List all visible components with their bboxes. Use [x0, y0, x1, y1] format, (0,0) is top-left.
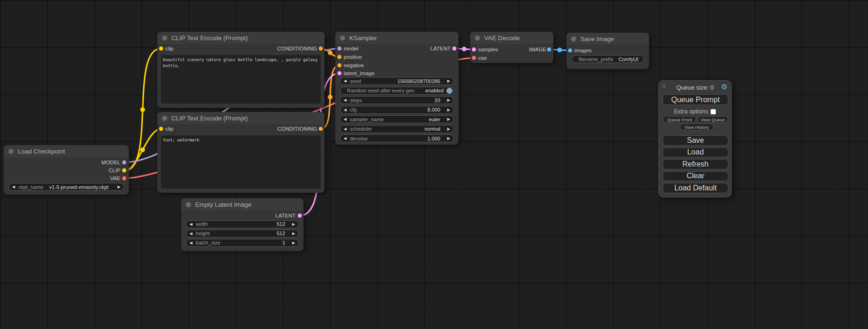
filename-prefix-widget[interactable]: filename_prefix ComfyUI — [572, 55, 644, 63]
clip-input-port[interactable] — [159, 127, 163, 131]
toggle-dot-icon[interactable] — [446, 88, 452, 94]
height-widget[interactable]: ◀ height 512 ▶ — [186, 230, 299, 238]
increment-arrow-icon[interactable]: ▶ — [444, 126, 453, 133]
load-button[interactable]: Load — [663, 147, 728, 158]
widget-value[interactable]: 512 — [276, 231, 289, 236]
comfyui-canvas[interactable]: { "glyphs": { "arrow_left": "◀", "arrow_… — [0, 0, 868, 329]
ckpt-name-widget[interactable]: ◀ ckpt_name v1-5-pruned-emaonly.ckpt ▶ — [8, 183, 124, 191]
widget-value[interactable]: ComfyUI — [614, 56, 643, 62]
decrement-arrow-icon[interactable]: ◀ — [9, 183, 18, 190]
vae-output-port[interactable] — [122, 176, 127, 181]
prompt-textarea[interactable]: beautiful scenery nature glass bottle la… — [161, 55, 321, 104]
latent-image-input-port[interactable] — [338, 71, 342, 76]
widget-value[interactable]: euler — [429, 117, 444, 122]
vae-input-port[interactable] — [472, 56, 476, 60]
node-collapse-dot-icon[interactable] — [162, 116, 167, 121]
settings-gear-icon[interactable]: ⚙ — [721, 83, 727, 90]
decrement-arrow-icon[interactable]: ◀ — [340, 135, 350, 142]
decrement-arrow-icon[interactable]: ◀ — [340, 77, 350, 84]
decrement-arrow-icon[interactable]: ◀ — [340, 116, 350, 123]
steps-widget[interactable]: ◀ steps 20 ▶ — [340, 96, 454, 104]
node-ksampler[interactable]: KSampler model positive negative latent_… — [335, 32, 459, 145]
save-button[interactable]: Save — [663, 135, 728, 146]
refresh-button[interactable]: Refresh — [663, 159, 728, 169]
seed-widget[interactable]: ◀ seed 156680208700286 ▶ — [340, 77, 454, 85]
node-collapse-dot-icon[interactable] — [162, 35, 167, 41]
widget-value[interactable]: 1.000 — [427, 136, 444, 141]
node-title-bar[interactable]: VAE Decode — [470, 32, 553, 44]
width-widget[interactable]: ◀ width 512 ▶ — [186, 220, 299, 228]
node-load-checkpoint[interactable]: Load Checkpoint MODEL CLIP VAE ◀ ckpt_na… — [4, 145, 129, 195]
negative-input-port[interactable] — [338, 63, 342, 68]
node-collapse-dot-icon[interactable] — [186, 202, 191, 207]
denoise-widget[interactable]: ◀ denoise 1.000 ▶ — [340, 134, 454, 142]
extra-options-checkbox[interactable] — [711, 109, 716, 114]
batch-size-widget[interactable]: ◀ batch_size 1 ▶ — [186, 239, 299, 247]
decrement-arrow-icon[interactable]: ◀ — [186, 221, 196, 228]
widget-value[interactable]: normal — [424, 126, 444, 132]
clip-input-port[interactable] — [159, 47, 163, 51]
node-collapse-dot-icon[interactable] — [571, 36, 576, 42]
clear-button[interactable]: Clear — [663, 171, 728, 182]
increment-arrow-icon[interactable]: ▶ — [444, 97, 453, 104]
node-save-image[interactable]: Save Image images filename_prefix ComfyU… — [566, 33, 649, 69]
samples-input-port[interactable] — [472, 48, 476, 52]
decrement-arrow-icon[interactable]: ◀ — [340, 106, 350, 113]
increment-arrow-icon[interactable]: ▶ — [289, 221, 298, 228]
positive-input-port[interactable] — [338, 55, 342, 59]
prompt-textarea[interactable]: text, watermark — [161, 135, 321, 189]
increment-arrow-icon[interactable]: ▶ — [444, 116, 453, 123]
queue-front-button[interactable]: Queue Front — [663, 116, 696, 123]
increment-arrow-icon[interactable]: ▶ — [289, 239, 298, 246]
latent-output-port[interactable] — [298, 214, 302, 218]
node-title-bar[interactable]: CLIP Text Encode (Prompt) — [157, 112, 325, 124]
widget-value[interactable]: 8.000 — [427, 107, 444, 112]
sampler-name-widget[interactable]: ◀ sampler_name euler ▶ — [340, 115, 454, 123]
node-clip-text-encode-negative[interactable]: CLIP Text Encode (Prompt) clip CONDITION… — [157, 112, 325, 193]
increment-arrow-icon[interactable]: ▶ — [444, 135, 453, 142]
images-input-port[interactable] — [568, 49, 572, 53]
cfg-widget[interactable]: ◀ cfg 8.000 ▶ — [340, 106, 454, 114]
random-seed-toggle-widget[interactable]: Random seed after every gen enabled — [340, 87, 454, 95]
input-label-clip: clip — [165, 46, 173, 51]
queue-panel[interactable]: ⠿ Queue size: 0 ⚙ Queue Prompt Extra opt… — [658, 80, 732, 197]
input-label-negative: negative — [344, 63, 364, 68]
node-title-bar[interactable]: Empty Latent Image — [181, 198, 303, 210]
conditioning-output-port[interactable] — [319, 47, 323, 51]
node-empty-latent-image[interactable]: Empty Latent Image LATENT ◀ width 512 ▶ … — [181, 198, 303, 251]
node-vae-decode[interactable]: VAE Decode samples vae IMAGE — [470, 32, 553, 63]
widget-value[interactable]: 1 — [282, 240, 289, 245]
image-output-port[interactable] — [547, 48, 551, 52]
node-title-bar[interactable]: CLIP Text Encode (Prompt) — [157, 32, 325, 44]
decrement-arrow-icon[interactable]: ◀ — [186, 230, 196, 237]
widget-value[interactable]: 156680208700286 — [397, 78, 444, 84]
increment-arrow-icon[interactable]: ▶ — [114, 183, 124, 190]
latent-output-port[interactable] — [452, 47, 457, 51]
node-collapse-dot-icon[interactable] — [475, 35, 480, 41]
load-default-button[interactable]: Load Default — [663, 183, 728, 193]
node-title-bar[interactable]: Save Image — [566, 33, 649, 45]
model-input-port[interactable] — [338, 47, 342, 51]
decrement-arrow-icon[interactable]: ◀ — [340, 97, 350, 104]
widget-value[interactable]: enabled — [425, 88, 444, 93]
widget-value[interactable]: 512 — [276, 221, 289, 227]
node-clip-text-encode-positive[interactable]: CLIP Text Encode (Prompt) clip CONDITION… — [157, 32, 325, 108]
view-history-button[interactable]: View History — [680, 124, 713, 130]
node-title-bar[interactable]: KSampler — [335, 32, 459, 44]
widget-value[interactable]: v1-5-pruned-emaonly.ckpt — [43, 184, 114, 190]
node-collapse-dot-icon[interactable] — [8, 149, 14, 154]
node-title-bar[interactable]: Load Checkpoint — [4, 145, 129, 157]
view-queue-button[interactable]: View Queue — [698, 116, 728, 123]
decrement-arrow-icon[interactable]: ◀ — [186, 239, 196, 246]
conditioning-output-port[interactable] — [319, 127, 323, 131]
node-collapse-dot-icon[interactable] — [340, 35, 345, 41]
model-output-port[interactable] — [122, 161, 127, 165]
increment-arrow-icon[interactable]: ▶ — [444, 77, 453, 84]
clip-output-port[interactable] — [122, 168, 127, 173]
scheduler-widget[interactable]: ◀ scheduler normal ▶ — [340, 125, 454, 133]
increment-arrow-icon[interactable]: ▶ — [444, 106, 453, 113]
widget-value[interactable]: 20 — [435, 98, 444, 103]
queue-prompt-button[interactable]: Queue Prompt — [663, 94, 728, 105]
increment-arrow-icon[interactable]: ▶ — [289, 230, 298, 237]
decrement-arrow-icon[interactable]: ◀ — [340, 126, 350, 133]
